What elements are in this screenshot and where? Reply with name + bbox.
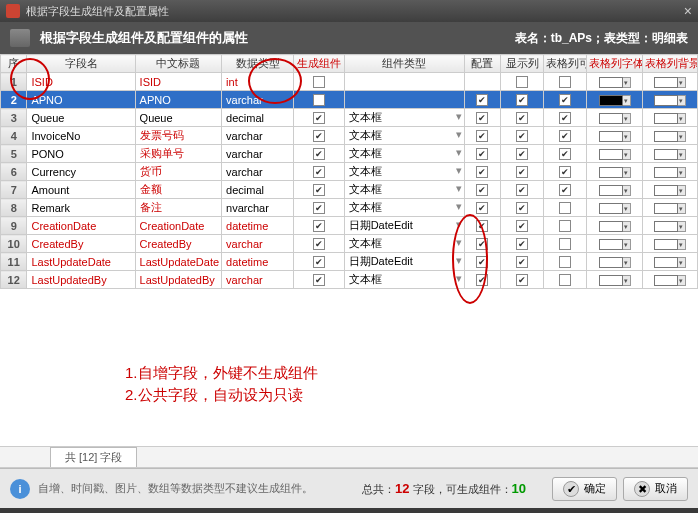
cell-dtype[interactable]: decimal bbox=[222, 181, 294, 199]
checkbox-icon[interactable] bbox=[313, 274, 325, 286]
cell-edit[interactable] bbox=[544, 91, 587, 109]
cell-edit[interactable] bbox=[544, 181, 587, 199]
cell-gen[interactable] bbox=[294, 271, 344, 289]
cell-cn[interactable]: 货币 bbox=[135, 163, 222, 181]
cell-ctype[interactable]: 文本框 ▾ bbox=[344, 199, 464, 217]
checkbox-icon[interactable] bbox=[516, 94, 528, 106]
checkbox-icon[interactable] bbox=[313, 256, 325, 268]
checkbox-icon[interactable] bbox=[559, 94, 571, 106]
cell-dtype[interactable]: varchar bbox=[222, 91, 294, 109]
cell-bcolor[interactable]: ▾ bbox=[642, 181, 697, 199]
col-fcolor[interactable]: 表格列字体色 bbox=[587, 55, 642, 73]
cell-show[interactable] bbox=[500, 145, 543, 163]
cell-show[interactable] bbox=[500, 217, 543, 235]
checkbox-icon[interactable] bbox=[516, 274, 528, 286]
cell-field[interactable]: PONO bbox=[27, 145, 135, 163]
col-cn[interactable]: 中文标题 bbox=[135, 55, 222, 73]
cell-gen[interactable] bbox=[294, 163, 344, 181]
cell-ctype[interactable]: 日期DateEdit ▾ bbox=[344, 217, 464, 235]
cell-show[interactable] bbox=[500, 235, 543, 253]
checkbox-icon[interactable] bbox=[476, 112, 488, 124]
cell-edit[interactable] bbox=[544, 217, 587, 235]
cell-cfg[interactable] bbox=[464, 109, 500, 127]
cell-cfg[interactable] bbox=[464, 127, 500, 145]
table-row[interactable]: 11LastUpdateDateLastUpdateDatedatetime日期… bbox=[1, 253, 698, 271]
cell-show[interactable] bbox=[500, 199, 543, 217]
cell-gen[interactable] bbox=[294, 253, 344, 271]
cell-show[interactable] bbox=[500, 127, 543, 145]
checkbox-icon[interactable] bbox=[313, 184, 325, 196]
cell-bcolor[interactable]: ▾ bbox=[642, 163, 697, 181]
cell-ctype[interactable]: 文本框 ▾ bbox=[344, 145, 464, 163]
cell-field[interactable]: Queue bbox=[27, 109, 135, 127]
cell-dtype[interactable]: varchar bbox=[222, 127, 294, 145]
cell-fcolor[interactable]: ▾ bbox=[587, 271, 642, 289]
checkbox-icon[interactable] bbox=[313, 220, 325, 232]
cell-gen[interactable] bbox=[294, 145, 344, 163]
checkbox-icon[interactable] bbox=[476, 256, 488, 268]
cell-cn[interactable]: 采购单号 bbox=[135, 145, 222, 163]
cell-cfg[interactable] bbox=[464, 91, 500, 109]
table-row[interactable]: 5PONO采购单号varchar文本框 ▾▾▾ bbox=[1, 145, 698, 163]
cell-cfg[interactable] bbox=[464, 199, 500, 217]
checkbox-icon[interactable] bbox=[516, 76, 528, 88]
cell-bcolor[interactable]: ▾ bbox=[642, 217, 697, 235]
cell-cn[interactable]: LastUpdatedBy bbox=[135, 271, 222, 289]
cell-fcolor[interactable]: ▾ bbox=[587, 109, 642, 127]
cell-field[interactable]: LastUpdatedBy bbox=[27, 271, 135, 289]
cell-bcolor[interactable]: ▾ bbox=[642, 199, 697, 217]
checkbox-icon[interactable] bbox=[313, 130, 325, 142]
cell-fcolor[interactable]: ▾ bbox=[587, 163, 642, 181]
checkbox-icon[interactable] bbox=[476, 238, 488, 250]
cell-gen[interactable] bbox=[294, 181, 344, 199]
cell-cn[interactable]: LastUpdateDate bbox=[135, 253, 222, 271]
table-row[interactable]: 10CreatedByCreatedByvarchar文本框 ▾▾▾ bbox=[1, 235, 698, 253]
cell-gen[interactable] bbox=[294, 109, 344, 127]
checkbox-icon[interactable] bbox=[559, 274, 571, 286]
cell-field[interactable]: InvoiceNo bbox=[27, 127, 135, 145]
checkbox-icon[interactable] bbox=[559, 76, 571, 88]
checkbox-icon[interactable] bbox=[476, 148, 488, 160]
cell-bcolor[interactable]: ▾ bbox=[642, 127, 697, 145]
cell-cfg[interactable] bbox=[464, 145, 500, 163]
checkbox-icon[interactable] bbox=[516, 166, 528, 178]
cell-gen[interactable] bbox=[294, 235, 344, 253]
cell-edit[interactable] bbox=[544, 235, 587, 253]
cell-fcolor[interactable]: ▾ bbox=[587, 253, 642, 271]
checkbox-icon[interactable] bbox=[476, 274, 488, 286]
cell-ctype[interactable]: 文本框 ▾ bbox=[344, 127, 464, 145]
cell-edit[interactable] bbox=[544, 253, 587, 271]
cell-dtype[interactable]: varchar bbox=[222, 235, 294, 253]
cell-bcolor[interactable]: ▾ bbox=[642, 109, 697, 127]
cell-dtype[interactable]: datetime bbox=[222, 253, 294, 271]
checkbox-icon[interactable] bbox=[476, 202, 488, 214]
cell-gen[interactable] bbox=[294, 127, 344, 145]
cell-edit[interactable] bbox=[544, 73, 587, 91]
cell-cn[interactable]: ISID bbox=[135, 73, 222, 91]
cell-edit[interactable] bbox=[544, 163, 587, 181]
cell-gen[interactable] bbox=[294, 91, 344, 109]
cell-dtype[interactable]: int bbox=[222, 73, 294, 91]
checkbox-icon[interactable] bbox=[559, 256, 571, 268]
checkbox-icon[interactable] bbox=[559, 184, 571, 196]
tab-count[interactable]: 共 [12] 字段 bbox=[50, 447, 137, 467]
checkbox-icon[interactable] bbox=[516, 130, 528, 142]
checkbox-icon[interactable] bbox=[559, 166, 571, 178]
ok-button[interactable]: ✔确定 bbox=[552, 477, 617, 501]
cell-fcolor[interactable]: ▾ bbox=[587, 127, 642, 145]
cell-field[interactable]: Remark bbox=[27, 199, 135, 217]
cell-show[interactable] bbox=[500, 73, 543, 91]
checkbox-icon[interactable] bbox=[476, 166, 488, 178]
checkbox-icon[interactable] bbox=[313, 166, 325, 178]
cell-cfg[interactable] bbox=[464, 181, 500, 199]
cell-field[interactable]: APNO bbox=[27, 91, 135, 109]
cell-cfg[interactable] bbox=[464, 217, 500, 235]
checkbox-icon[interactable] bbox=[476, 184, 488, 196]
table-row[interactable]: 12LastUpdatedByLastUpdatedByvarchar文本框 ▾… bbox=[1, 271, 698, 289]
checkbox-icon[interactable] bbox=[516, 184, 528, 196]
col-cfg[interactable]: 配置 bbox=[464, 55, 500, 73]
cell-bcolor[interactable]: ▾ bbox=[642, 91, 697, 109]
col-field[interactable]: 字段名 bbox=[27, 55, 135, 73]
cell-bcolor[interactable]: ▾ bbox=[642, 145, 697, 163]
checkbox-icon[interactable] bbox=[559, 148, 571, 160]
